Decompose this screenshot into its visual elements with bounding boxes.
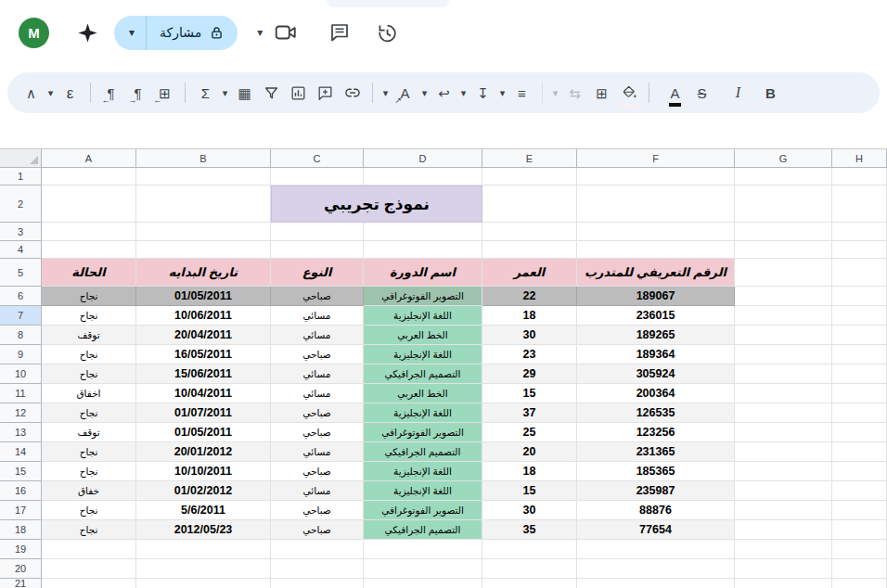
cell-B8[interactable]: 20/04/2011 [136,326,271,345]
cell-D17[interactable]: التصوير الفوتوغرافي [364,501,482,520]
cell-E10[interactable]: 29 [482,364,577,384]
cell-A14[interactable]: نجاح [42,442,136,462]
cell-C19[interactable] [271,540,364,559]
cell-H7[interactable] [832,306,887,326]
cell-H11[interactable] [832,384,887,403]
cell-A17[interactable]: نجاح [42,501,136,520]
cell-F10[interactable]: 305924 [577,364,735,384]
cell-B5[interactable]: تاريخ البدايه [136,259,271,287]
row-header-15[interactable]: 15 [0,462,42,481]
cell-E14[interactable]: 20 [482,442,577,462]
column-header-A[interactable]: A [42,149,136,168]
cell-H6[interactable] [832,287,887,306]
cell-C17[interactable]: صباحي [271,501,364,520]
cell-F8[interactable]: 189265 [577,326,735,345]
cell-C9[interactable]: صباحي [271,345,364,364]
cell-D1[interactable] [364,168,482,185]
row-header-20[interactable]: 20 [0,559,42,579]
cell-D10[interactable]: التصميم الجرافيكي [364,364,482,384]
cell-H20[interactable] [832,559,887,579]
column-header-H[interactable]: H [832,149,887,168]
cell-D16[interactable]: اللغة الإنجليزية [364,481,482,501]
column-header-F[interactable]: F [577,149,735,168]
cell-A11[interactable]: اخفاق [42,384,136,403]
cell-C20[interactable] [271,559,364,579]
cell-F5[interactable]: الرقم التعريفي للمتدرب [577,259,735,287]
row-header-3[interactable]: 3 [0,223,42,241]
cell-A16[interactable]: خفاق [42,481,136,501]
cell-C3[interactable] [271,223,364,241]
cell-G15[interactable] [735,462,832,481]
functions-button[interactable]: Σ [194,79,217,107]
cell-F9[interactable]: 189364 [577,345,735,364]
cell-F17[interactable]: 88876 [577,501,735,520]
cell-A9[interactable]: نجاح [42,345,136,364]
column-header-D[interactable]: D [364,149,482,168]
cell-H18[interactable] [832,520,887,540]
cell-F1[interactable] [577,168,735,185]
riyal-currency-format-button[interactable]: ε [58,79,82,107]
bold-button[interactable]: B [759,79,782,107]
row-header-14[interactable]: 14 [0,442,42,462]
cell-B16[interactable]: 01/02/2012 [136,481,271,501]
cell-C15[interactable]: صباحي [271,462,364,481]
text-direction-ltr-button[interactable]: ¶← [99,79,122,107]
column-header-C[interactable]: C [271,149,364,168]
cell-A7[interactable]: نجاح [42,306,136,326]
cell-B13[interactable]: 01/05/2011 [136,423,271,442]
row-header-18[interactable]: 18 [0,520,42,540]
cell-E3[interactable] [482,223,577,241]
italic-button[interactable]: I [726,79,750,107]
cell-C16[interactable]: مسائي [271,481,364,501]
cell-G18[interactable] [735,520,832,540]
cell-H15[interactable] [832,462,887,481]
cell-A6[interactable]: نجاح [42,287,136,306]
cell-B19[interactable] [136,540,271,559]
cell-B10[interactable]: 15/06/2011 [136,364,271,384]
cell-C2[interactable]: نموذج تجريبي [271,185,482,223]
cell-E11[interactable]: 15 [482,384,577,403]
meet-camera-icon[interactable] [273,19,299,45]
cell-F14[interactable]: 231365 [577,442,735,462]
vertical-align-button[interactable]: ↧ [471,79,495,107]
cell-D12[interactable]: اللغة الإنجليزية [364,403,482,423]
cell-A15[interactable]: نجاح [42,462,136,481]
cell-B2[interactable] [136,185,271,223]
cell-A21[interactable] [42,579,136,588]
cell-C10[interactable]: مسائي [271,364,364,384]
cell-H3[interactable] [832,223,887,241]
fill-color-button[interactable] [617,79,640,107]
toolbar-collapse-button[interactable]: ∧ [19,79,43,107]
cell-D19[interactable] [364,540,482,559]
cell-F21[interactable] [577,579,735,588]
cell-E17[interactable]: 30 [482,501,577,520]
cell-D11[interactable]: الخط العربي [364,384,482,403]
cell-A13[interactable]: توقف [42,423,136,442]
horizontal-align-button[interactable]: ≡ [510,79,533,107]
cell-B1[interactable] [136,168,271,185]
cell-B15[interactable]: 10/10/2011 [136,462,271,481]
row-header-4[interactable]: 4 [0,241,42,259]
borders-button[interactable]: ⊞ [590,79,613,107]
comments-icon[interactable] [327,19,353,45]
cell-E9[interactable]: 23 [482,345,577,364]
insert-link-button[interactable] [341,79,364,107]
cell-A5[interactable]: الحالة [42,259,136,287]
row-header-21[interactable]: 21 [0,579,42,588]
cell-F3[interactable] [577,223,735,241]
cell-H9[interactable] [832,345,887,364]
gemini-star-icon[interactable] [76,21,98,44]
cell-G11[interactable] [735,384,832,403]
cell-D7[interactable]: اللغة الإنجليزية [364,306,482,326]
cell-E21[interactable] [482,579,577,588]
row-header-5[interactable]: 5 [0,259,42,287]
cell-C13[interactable]: صباحي [271,423,364,442]
share-button[interactable]: ▾ مشاركة [114,16,238,50]
row-header-1[interactable]: 1 [0,168,42,185]
cell-F13[interactable]: 123256 [577,423,735,442]
cell-B7[interactable]: 10/06/2011 [136,306,271,326]
cell-E12[interactable]: 37 [482,403,577,423]
text-wrap-dropdown-button[interactable]: ▾ [418,79,431,107]
cell-F2[interactable] [577,185,735,223]
cell-E1[interactable] [482,168,577,185]
